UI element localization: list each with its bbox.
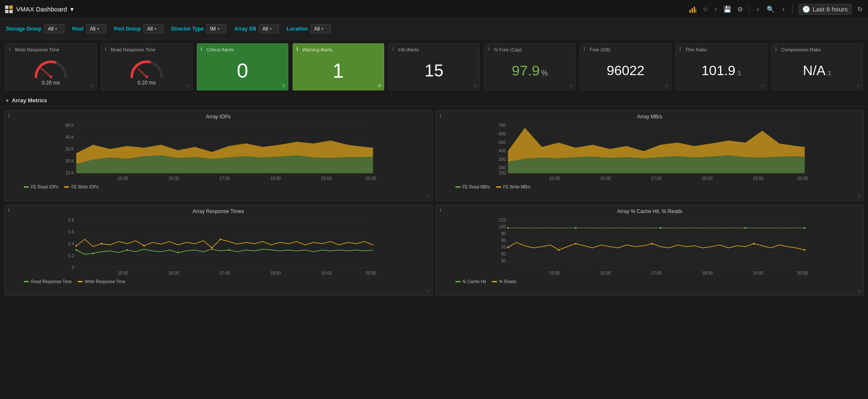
svg-text:16:00: 16:00 — [168, 176, 179, 181]
corner-icon: ⊞ — [90, 83, 94, 88]
svg-point-5 — [50, 76, 52, 78]
svg-point-90 — [575, 227, 576, 229]
prev-button[interactable]: ‹ — [755, 6, 761, 13]
svg-text:20 K: 20 K — [65, 159, 74, 163]
svg-text:110: 110 — [499, 218, 506, 222]
filter-director-type-dropdown[interactable]: IM ▾ — [206, 24, 226, 34]
iops-chart: 50 K 40 K 30 K 20 K 10 K 15:00 16:00 17:… — [9, 121, 428, 183]
bar-chart-icon[interactable] — [689, 6, 697, 13]
thin-ratio-unit: :1 — [736, 70, 741, 76]
filter-storage-group-dropdown[interactable]: All ▾ — [44, 24, 64, 34]
info-icon: ℹ — [392, 46, 394, 52]
filter-port-group-dropdown[interactable]: All ▾ — [143, 24, 164, 34]
mbs-chart: 700 600 500 400 300 200 100 15:00 16:00 … — [441, 121, 860, 183]
free-gb-value: 96022 — [607, 63, 645, 79]
filter-array-sn-dropdown[interactable]: All ▾ — [259, 24, 279, 34]
svg-text:30 K: 30 K — [65, 147, 74, 152]
svg-text:15:00: 15:00 — [549, 176, 560, 181]
legend-read-iops-label: FE Read IOPs — [31, 185, 58, 189]
corner-icon: ⊞ — [473, 83, 477, 88]
stat-write-response-time: ℹ Write Response Time 0.28 ms ⊞ — [5, 43, 97, 90]
topbar: VMAX Dashboard ▾ ☆ ↑ 💾 ⚙ ‹ 🔍 › 🕐 Last 6 … — [0, 0, 868, 19]
stat-free-cap: ℹ % Free (Cap) 97.9 % ⊞ — [484, 43, 575, 90]
filterbar: Storage Group All ▾ Host All ▾ Port Grou… — [0, 19, 868, 39]
info-icon: ℹ — [679, 46, 681, 52]
cache-chart: 110 100 90 80 70 60 50 15:00 16:00 — [441, 216, 860, 278]
svg-text:200: 200 — [499, 166, 506, 170]
filter-location-dropdown[interactable]: All ▾ — [310, 24, 331, 34]
svg-text:15:00: 15:00 — [549, 271, 560, 275]
svg-text:100: 100 — [499, 225, 506, 229]
stat-read-response-time: ℹ Read Response Time 0.20 ms ⊞ — [101, 43, 193, 90]
warning-alerts-value: 1 — [332, 59, 344, 82]
legend-yellow-dot — [64, 186, 69, 188]
svg-text:19:00: 19:00 — [321, 271, 332, 275]
legend-write-mbs: FE Write MB/s — [496, 185, 530, 189]
corner-icon: ⊞ — [665, 83, 668, 88]
refresh-icon[interactable]: ↻ — [857, 6, 863, 13]
info-icon: ℹ — [488, 46, 489, 52]
filter-host-dropdown[interactable]: All ▾ — [86, 24, 106, 34]
svg-point-61 — [177, 252, 179, 253]
svg-text:50 K: 50 K — [65, 123, 74, 128]
svg-point-64 — [101, 243, 103, 244]
info-icon: ℹ — [9, 46, 11, 52]
app-title: VMAX Dashboard — [16, 6, 67, 13]
svg-text:50: 50 — [501, 259, 506, 263]
filter-host-value: All — [90, 26, 95, 32]
svg-text:19:00: 19:00 — [753, 176, 763, 181]
legend-cache-hit: % Cache Hit — [455, 279, 486, 284]
svg-text:17:00: 17:00 — [651, 271, 661, 275]
section-title: Array Metrics — [12, 97, 47, 104]
free-cap-unit: % — [541, 69, 548, 78]
next-button[interactable]: › — [781, 6, 786, 13]
rt-chart: 0.8 0.6 0.4 0.2 0 15:00 16:00 17:00 18:0… — [9, 216, 428, 278]
corner-icon: ⊞ — [857, 194, 861, 199]
filter-storage-group-label: Storage Group — [6, 26, 42, 32]
svg-point-59 — [92, 253, 94, 254]
corner-icon: ⊞ — [186, 83, 190, 88]
write-gauge — [32, 56, 70, 79]
svg-text:60: 60 — [501, 252, 506, 256]
svg-line-4 — [41, 68, 51, 77]
svg-text:300: 300 — [499, 157, 506, 162]
title-caret[interactable]: ▾ — [70, 6, 74, 13]
svg-text:20:00: 20:00 — [366, 271, 376, 275]
corner-icon: ⊞ — [857, 83, 860, 88]
write-gauge-value: 0.28 ms — [42, 80, 60, 86]
stat-warning-alerts: ℹ Warning Alerts 1 ⊞ — [293, 43, 384, 90]
legend-green-dot — [24, 281, 29, 282]
legend-write-rt: Write Response Time — [78, 279, 125, 284]
share-icon[interactable]: ↑ — [714, 6, 717, 13]
chevron-down-icon: ▾ — [321, 27, 324, 31]
svg-point-63 — [75, 245, 77, 247]
corner-icon: ⊞ — [569, 83, 572, 88]
svg-text:0.6: 0.6 — [68, 230, 74, 234]
svg-text:16:00: 16:00 — [168, 271, 179, 275]
collapse-icon[interactable]: ▾ — [6, 98, 8, 104]
chevron-down-icon: ▾ — [97, 27, 99, 31]
info-icon: ℹ — [296, 46, 298, 52]
time-range-button[interactable]: 🕐 Last 6 hours — [798, 4, 851, 15]
svg-point-99 — [804, 249, 805, 251]
svg-point-66 — [211, 247, 213, 249]
star-icon[interactable]: ☆ — [703, 6, 708, 13]
section-header-array-metrics: ▾ Array Metrics — [0, 95, 868, 107]
thin-ratio-value: 101.9 — [701, 63, 735, 79]
chart-cache-hit: ℹ Array % Cache Hit, % Reads ⊞ 110 100 9… — [436, 205, 864, 296]
svg-text:18:00: 18:00 — [702, 271, 712, 275]
settings-icon[interactable]: ⚙ — [737, 6, 743, 13]
chart-array-mbs: ℹ Array MB/s ⊞ 700 600 500 400 300 200 1… — [436, 110, 864, 201]
svg-line-6 — [138, 69, 147, 77]
chart-rt-title: Array Response Times — [9, 208, 428, 214]
info-icon: ℹ — [105, 46, 106, 52]
corner-icon: ⊞ — [282, 83, 285, 88]
filter-storage-group: Storage Group All ▾ — [6, 24, 64, 34]
stat-compression-ratio: ℹ Compression Ratio N/A :1 ⊞ — [771, 43, 863, 90]
stats-row: ℹ Write Response Time 0.28 ms ⊞ ℹ Read R… — [0, 39, 868, 95]
zoom-icon[interactable]: 🔍 — [767, 6, 775, 13]
svg-rect-0 — [689, 10, 691, 13]
corner-icon: ⊞ — [761, 83, 764, 88]
stat-info-alerts: ℹ Info Alerts 15 ⊞ — [388, 43, 480, 90]
save-icon[interactable]: 💾 — [723, 6, 731, 13]
